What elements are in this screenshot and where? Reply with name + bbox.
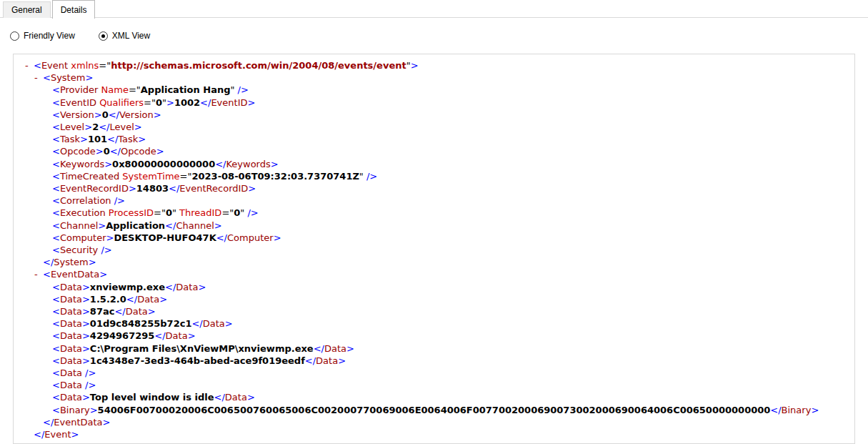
xml-token: <: [52, 134, 60, 144]
xml-token: >: [104, 159, 112, 169]
xml-token: Version: [119, 109, 154, 120]
xml-token: 87ac: [90, 306, 115, 317]
radio-button-icon[interactable]: [10, 31, 19, 41]
xml-token: Binary: [782, 405, 812, 415]
xml-line: <Security />: [14, 244, 854, 256]
xml-token: >: [159, 294, 167, 305]
xml-token: <: [52, 84, 60, 95]
xml-line: -<System>: [14, 71, 854, 84]
xml-token: 4294967295: [90, 330, 154, 341]
xml-token: </: [770, 405, 781, 415]
xml-token: <: [52, 195, 60, 206]
xml-line: <Data>Top level window is idle</Data>: [14, 391, 854, 403]
xml-token: Level: [60, 122, 84, 132]
xml-token: >: [98, 220, 106, 231]
xml-token: ThreadID: [179, 207, 221, 218]
xml-token: />: [247, 207, 258, 218]
xml-token: </: [114, 306, 125, 317]
xml-token: <: [52, 232, 60, 243]
tab-general[interactable]: General: [3, 1, 51, 18]
xml-token: >: [82, 294, 90, 305]
xml-line: <Data>01d9c848255b72c1</Data>: [14, 317, 854, 330]
xml-token: >: [156, 146, 164, 157]
xml-token: <: [52, 245, 60, 255]
radio-friendly-view[interactable]: Friendly View: [10, 31, 75, 41]
xml-token: Data: [60, 282, 82, 292]
xml-token: DESKTOP-HUFO47K: [114, 232, 216, 243]
xml-token: Application: [106, 220, 165, 231]
collapse-toggle[interactable]: -: [34, 71, 43, 84]
xml-line: <EventID Qualifiers="0">1002</EventID>: [14, 97, 854, 109]
xml-token: ": [240, 207, 247, 218]
xml-token: =": [154, 207, 166, 218]
xml-token: Computer: [227, 232, 274, 243]
xml-token: Opcode: [121, 146, 156, 157]
xml-token: 0: [234, 207, 240, 218]
xml-token: Level: [109, 122, 134, 132]
xml-token: </: [110, 146, 121, 157]
xml-token: >: [82, 282, 90, 292]
xml-token: </: [165, 220, 176, 231]
xml-token: Data: [126, 306, 148, 317]
xml-token: 101: [88, 134, 107, 144]
xml-token: Data: [324, 343, 346, 354]
xml-token: 0: [156, 97, 162, 108]
xml-line: <Keywords>0x80000000000000</Keywords>: [14, 158, 854, 170]
xml-token: Data: [316, 355, 338, 366]
collapse-toggle[interactable]: -: [34, 268, 43, 280]
radio-xml-view[interactable]: XML View: [99, 31, 150, 41]
xml-token: </: [215, 159, 226, 169]
xml-token: Channel: [176, 220, 214, 231]
xml-line: </EventData>: [14, 416, 854, 428]
xml-token: 01d9c848255b72c1: [90, 318, 192, 329]
radio-button-icon[interactable]: [99, 31, 108, 41]
radio-friendly-label: Friendly View: [24, 31, 75, 41]
xml-line: <EventRecordID>14803</EventRecordID>: [14, 182, 854, 194]
xml-token: </: [126, 294, 137, 305]
xml-token: 1.5.2.0: [90, 294, 126, 305]
xml-token: EventRecordID: [60, 183, 129, 194]
xml-token: />: [101, 245, 111, 255]
tab-details[interactable]: Details: [52, 0, 96, 19]
xml-token: System: [54, 257, 88, 267]
xml-viewer: -<Event xmlns="http://schemas.microsoft.…: [13, 54, 855, 444]
xml-line: <Data>C:\Program Files\XnViewMP\xnviewmp…: [14, 342, 854, 355]
xml-token: Security: [60, 245, 98, 255]
xml-token: </: [107, 134, 118, 144]
xml-line: <Data />: [14, 367, 854, 379]
xml-token: Data: [166, 330, 188, 341]
xml-token: >: [129, 183, 136, 194]
xml-token: >: [248, 183, 256, 194]
xml-token: <: [52, 220, 60, 231]
xml-token: >: [134, 122, 142, 132]
xml-token: >: [225, 318, 233, 329]
xml-token: Computer: [60, 232, 106, 243]
xml-token: <: [52, 109, 60, 120]
xml-token: >: [106, 232, 114, 243]
xml-token: http://schemas.microsoft.com/win/2004/08…: [111, 60, 406, 71]
xml-token: >: [96, 146, 104, 157]
xml-token: >: [247, 392, 255, 403]
xml-token: <: [52, 343, 60, 354]
xml-token: >: [198, 282, 206, 292]
xml-token: Execution: [60, 207, 106, 218]
collapse-toggle[interactable]: -: [25, 59, 34, 71]
view-mode-row: Friendly View XML View: [0, 18, 868, 54]
xml-token: <: [52, 330, 60, 341]
xml-token: Event: [41, 60, 68, 71]
xml-token: <: [52, 392, 60, 403]
xml-line: <Opcode>0</Opcode>: [14, 145, 854, 157]
xml-token: 0x80000000000000: [112, 159, 215, 169]
xml-line: <Version>0</Version>: [14, 109, 854, 121]
xml-token: Version: [60, 109, 94, 120]
xml-token: </: [165, 282, 176, 292]
tab-bar: General Details: [0, 0, 868, 18]
xml-token: >: [82, 330, 90, 341]
xml-token: <: [52, 405, 60, 415]
xml-token: Task: [118, 134, 138, 144]
xml-token: EventID: [211, 97, 247, 108]
xml-token: >: [99, 269, 107, 280]
xml-token: =": [99, 60, 111, 71]
xml-token: 0: [166, 207, 172, 218]
xml-line: <Data>4294967295</Data>: [14, 330, 854, 342]
